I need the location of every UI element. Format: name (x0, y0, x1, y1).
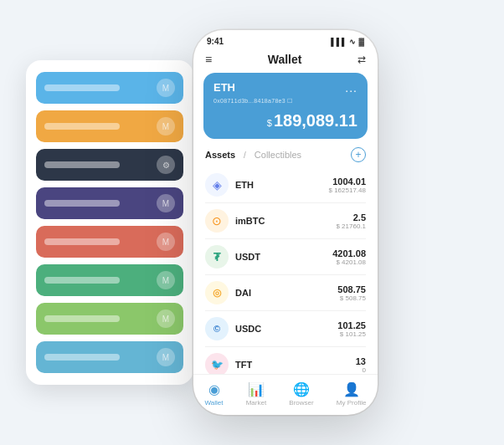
dai-asset-name: DAI (235, 288, 337, 298)
phone-mockup: 9:41 ▌▌▌ ∿ ▓ ≡ Wallet ⇄ ETH ... 0x08711d… (193, 30, 378, 415)
card-label-7 (44, 315, 120, 322)
card-stack: M M ⚙ M M M M M (26, 60, 193, 385)
tft-asset-usd: 0 (356, 366, 366, 374)
card-label-5 (44, 238, 120, 245)
card-item-2[interactable]: M (36, 110, 183, 142)
dai-asset-amounts: 508.75 $ 508.75 (337, 284, 366, 302)
asset-row-usdc[interactable]: © USDC 101.25 $ 101.25 (205, 311, 366, 347)
eth-balance-amount: 189,089.11 (274, 111, 357, 130)
card-item-5[interactable]: M (36, 226, 183, 258)
card-icon-2: M (157, 117, 175, 136)
nav-item-wallet[interactable]: ◉ Wallet (205, 381, 224, 407)
eth-asset-amounts: 1004.01 $ 162517.48 (329, 176, 367, 194)
card-item-6[interactable]: M (36, 264, 183, 296)
battery-icon: ▓ (358, 38, 364, 46)
usdc-asset-amounts: 101.25 $ 101.25 (337, 320, 366, 338)
usdt-asset-usd: $ 4201.08 (332, 258, 366, 266)
eth-card[interactable]: ETH ... 0x08711d3b...8418a78e3 ☐ $189,08… (203, 73, 368, 139)
menu-icon[interactable]: ≡ (205, 53, 212, 66)
signal-icon: ▌▌▌ (331, 38, 347, 46)
add-asset-button[interactable]: + (351, 147, 366, 162)
card-label-4 (44, 200, 120, 207)
tft-asset-amount: 13 (356, 356, 366, 366)
usdc-asset-amount: 101.25 (337, 320, 366, 330)
eth-asset-amount: 1004.01 (329, 176, 367, 187)
eth-address: 0x08711d3b...8418a78e3 ☐ (213, 98, 357, 105)
imbtc-asset-usd: $ 21760.1 (336, 222, 366, 230)
usdc-asset-usd: $ 101.25 (337, 330, 366, 338)
dai-asset-amount: 508.75 (337, 284, 366, 294)
dai-asset-icon: ◎ (205, 281, 229, 304)
tab-collectibles[interactable]: Collectibles (255, 150, 301, 160)
browser-nav-icon: 🌐 (293, 381, 310, 397)
card-icon-7: M (157, 309, 175, 328)
tab-group: Assets / Collectibles (205, 150, 301, 160)
card-label-6 (44, 277, 120, 284)
tft-asset-name: TFT (235, 360, 356, 370)
asset-row-dai[interactable]: ◎ DAI 508.75 $ 508.75 (205, 275, 366, 311)
card-item-7[interactable]: M (36, 303, 183, 335)
status-time: 9:41 (207, 37, 224, 46)
card-icon-8: M (157, 348, 175, 366)
eth-card-dots[interactable]: ... (345, 81, 357, 95)
profile-nav-icon: 👤 (343, 381, 360, 397)
asset-row-imbtc[interactable]: ⊙ imBTC 2.5 $ 21760.1 (205, 203, 366, 239)
top-nav: ≡ Wallet ⇄ (193, 49, 378, 73)
nav-item-browser[interactable]: 🌐 Browser (289, 381, 313, 407)
wallet-nav-icon: ◉ (208, 381, 220, 397)
nav-item-market[interactable]: 📊 Market (246, 381, 266, 407)
asset-row-tft[interactable]: 🐦 TFT 13 0 (205, 347, 366, 374)
dai-asset-usd: $ 508.75 (337, 294, 366, 302)
imbtc-asset-amounts: 2.5 $ 21760.1 (336, 212, 366, 230)
usdt-asset-name: USDT (235, 252, 332, 262)
status-icons: ▌▌▌ ∿ ▓ (331, 38, 364, 46)
card-label-8 (44, 354, 120, 361)
expand-icon[interactable]: ⇄ (357, 54, 366, 65)
tab-assets[interactable]: Assets (205, 150, 235, 160)
eth-balance-currency: $ (267, 118, 272, 128)
market-nav-label: Market (246, 399, 266, 407)
tft-asset-icon: 🐦 (205, 353, 229, 374)
eth-card-header: ETH ... (213, 81, 357, 95)
usdt-asset-icon: ₮ (205, 245, 229, 269)
card-icon-3: ⚙ (157, 156, 175, 174)
eth-asset-icon: ◈ (205, 173, 229, 197)
market-nav-icon: 📊 (248, 381, 265, 397)
card-item-4[interactable]: M (36, 187, 183, 219)
scene: M M ⚙ M M M M M (9, 9, 495, 436)
nav-item-profile[interactable]: 👤 My Profile (337, 381, 367, 407)
imbtc-asset-amount: 2.5 (336, 212, 366, 222)
imbtc-asset-name: imBTC (235, 216, 336, 226)
assets-tabs: Assets / Collectibles + (193, 147, 378, 167)
card-label-1 (44, 84, 120, 91)
usdt-asset-amount: 4201.08 (332, 248, 366, 258)
tft-asset-amounts: 13 0 (356, 356, 366, 374)
usdt-asset-amounts: 4201.08 $ 4201.08 (332, 248, 366, 266)
nav-title: Wallet (268, 53, 302, 66)
asset-row-eth[interactable]: ◈ ETH 1004.01 $ 162517.48 (205, 167, 366, 203)
card-item-1[interactable]: M (36, 72, 183, 104)
tab-separator: / (244, 151, 246, 160)
usdc-asset-icon: © (205, 317, 229, 340)
card-icon-1: M (157, 79, 175, 97)
eth-card-label: ETH (213, 81, 235, 94)
bottom-nav: ◉ Wallet 📊 Market 🌐 Browser 👤 My Profile (193, 374, 378, 415)
card-icon-4: M (157, 194, 175, 212)
status-bar: 9:41 ▌▌▌ ∿ ▓ (193, 30, 378, 49)
eth-asset-usd: $ 162517.48 (329, 187, 367, 194)
browser-nav-label: Browser (289, 399, 313, 407)
imbtc-asset-icon: ⊙ (205, 209, 229, 233)
usdc-asset-name: USDC (235, 324, 337, 334)
asset-row-usdt[interactable]: ₮ USDT 4201.08 $ 4201.08 (205, 239, 366, 275)
eth-asset-name: ETH (235, 180, 329, 190)
card-label-3 (44, 161, 120, 168)
card-label-2 (44, 123, 120, 130)
profile-nav-label: My Profile (337, 399, 367, 407)
card-item-8[interactable]: M (36, 341, 183, 373)
asset-list: ◈ ETH 1004.01 $ 162517.48 ⊙ imBTC 2.5 $ … (193, 167, 378, 374)
card-item-3[interactable]: ⚙ (36, 149, 183, 181)
wallet-nav-label: Wallet (205, 399, 224, 407)
card-icon-5: M (157, 233, 175, 251)
wifi-icon: ∿ (349, 38, 356, 46)
card-icon-6: M (157, 271, 175, 289)
